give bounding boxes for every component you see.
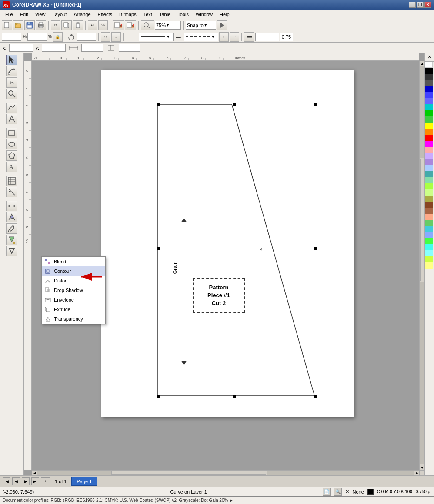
parallel-dim-tool[interactable] (6, 187, 17, 197)
menu-view[interactable]: View (32, 11, 49, 18)
color-pink1[interactable] (425, 147, 433, 153)
color-red1[interactable] (425, 135, 433, 141)
color-brown1[interactable] (425, 202, 433, 208)
color-black[interactable] (425, 68, 433, 74)
color-skyblue[interactable] (425, 232, 433, 238)
copy-button[interactable] (61, 20, 72, 30)
menu-tools[interactable]: Tools (174, 11, 192, 18)
outline-tool[interactable] (6, 246, 17, 256)
color-lightblue1[interactable] (425, 165, 433, 171)
color-yellowgreen[interactable] (425, 189, 433, 196)
fill-tool[interactable] (6, 235, 17, 245)
menu-table[interactable]: Table (156, 11, 174, 18)
crop-tool[interactable]: ✂ (6, 77, 17, 88)
color-dark1[interactable] (425, 74, 433, 80)
palette-x-button[interactable]: ✕ (425, 53, 434, 62)
mirror-h-button[interactable]: ↔ (101, 32, 110, 42)
selection-tool[interactable] (6, 55, 17, 65)
scroll-down-button[interactable]: ▼ (420, 465, 424, 470)
print-button[interactable] (36, 20, 46, 30)
table-tool[interactable] (6, 176, 17, 186)
snap-dropdown[interactable]: Snap to ▾ (186, 21, 216, 30)
color-orange1[interactable] (425, 129, 433, 135)
node-tool[interactable] (6, 66, 17, 76)
scroll-right-button[interactable]: ▶ (414, 471, 419, 475)
page-tab-1[interactable]: Page 1 (71, 477, 98, 486)
color-cyan2[interactable] (425, 244, 433, 250)
menu-envelope[interactable]: Envelope (42, 295, 105, 305)
color-purple1[interactable] (425, 159, 433, 165)
color-olive[interactable] (425, 196, 433, 202)
page-first-button[interactable]: |◀ (3, 477, 10, 485)
menu-extrude[interactable]: Extrude (42, 305, 105, 314)
color-green1[interactable] (425, 110, 433, 116)
color-brightyellow[interactable] (425, 262, 433, 269)
profile-arrow[interactable]: ▶ (230, 498, 233, 503)
page-prev-button[interactable]: ◀ (12, 477, 20, 485)
line-style-dropdown[interactable]: ▾ (139, 33, 174, 41)
color-aqua[interactable] (425, 226, 433, 232)
smart-tool[interactable] (6, 114, 17, 124)
polygon-tool[interactable] (6, 150, 17, 161)
menu-transparency[interactable]: Transparency (42, 314, 105, 324)
zoom-in-button[interactable] (141, 20, 154, 30)
color-brightgreen[interactable] (425, 238, 433, 244)
document-icon-btn[interactable]: 📄 (323, 488, 331, 496)
color-blue2[interactable] (425, 92, 433, 98)
color-blue3[interactable] (425, 98, 433, 104)
color-lime1[interactable] (425, 183, 433, 189)
zoom-tool[interactable] (6, 89, 17, 99)
lock-ratio-button[interactable]: 🔒 (53, 32, 63, 42)
restore-button[interactable]: ❐ (417, 2, 424, 8)
color-salmon[interactable] (425, 214, 433, 220)
paste-button[interactable] (73, 20, 83, 30)
color-green3[interactable] (425, 220, 433, 226)
rectangle-tool[interactable] (6, 128, 17, 138)
color-cyan3[interactable] (425, 250, 433, 256)
undo-button[interactable]: ↩ (88, 20, 97, 30)
color-magenta1[interactable] (425, 141, 433, 147)
page-last-button[interactable]: ▶| (31, 477, 39, 485)
color-swatch-display[interactable] (367, 489, 374, 495)
angle-input[interactable]: 0.0 (77, 33, 96, 41)
y-coord-input[interactable]: 6.436 (42, 44, 66, 52)
text-tool[interactable]: A (6, 162, 17, 172)
menu-blend[interactable]: Blend (42, 257, 105, 266)
width-input[interactable]: 5.0 (81, 44, 103, 52)
color-cyan1[interactable] (425, 104, 433, 110)
open-button[interactable] (13, 20, 23, 30)
connector-tool[interactable] (6, 201, 17, 211)
x-coord-input[interactable]: 4.382 (9, 44, 33, 52)
minimize-button[interactable]: ─ (409, 2, 416, 8)
export-button[interactable]: 📤 (125, 20, 136, 30)
menu-edit[interactable]: Edit (17, 11, 32, 18)
snap-settings-button[interactable] (217, 20, 227, 30)
zoom-dropdown[interactable]: 75% ▾ (155, 21, 181, 30)
color-lightgreen1[interactable] (425, 177, 433, 183)
menu-bitmaps[interactable]: Bitmaps (116, 11, 140, 18)
menu-layout[interactable]: Layout (49, 11, 70, 18)
cut-button[interactable]: ✂ (51, 20, 60, 30)
menu-text[interactable]: Text (140, 11, 156, 18)
height-input[interactable]: 9.25 (119, 44, 140, 52)
color-white[interactable] (425, 62, 433, 68)
menu-effects[interactable]: Effects (94, 11, 116, 18)
line-width-num[interactable] (280, 33, 293, 41)
menu-arrange[interactable]: Arrange (70, 11, 94, 18)
color-yellow1[interactable] (425, 123, 433, 129)
redo-button[interactable]: ↪ (98, 20, 108, 30)
page-add-button[interactable]: + (41, 477, 50, 485)
color-brown2[interactable] (425, 208, 433, 214)
freehand-tool[interactable] (6, 103, 17, 113)
scroll-left-button[interactable]: ◀ (32, 471, 37, 475)
menu-file[interactable]: File (2, 11, 17, 18)
menu-help[interactable]: Help (216, 11, 233, 18)
ellipse-tool[interactable] (6, 139, 17, 149)
scroll-up-button[interactable]: ▲ (420, 61, 424, 66)
horizontal-scrollbar[interactable]: ◀ ▶ (32, 470, 419, 475)
line-width-button[interactable] (244, 32, 254, 42)
save-button[interactable] (24, 20, 35, 30)
page-next-button[interactable]: ▶ (22, 477, 30, 485)
import-button[interactable]: 📥 (113, 20, 124, 30)
vertical-scrollbar[interactable]: ▲ ▼ (419, 61, 424, 470)
